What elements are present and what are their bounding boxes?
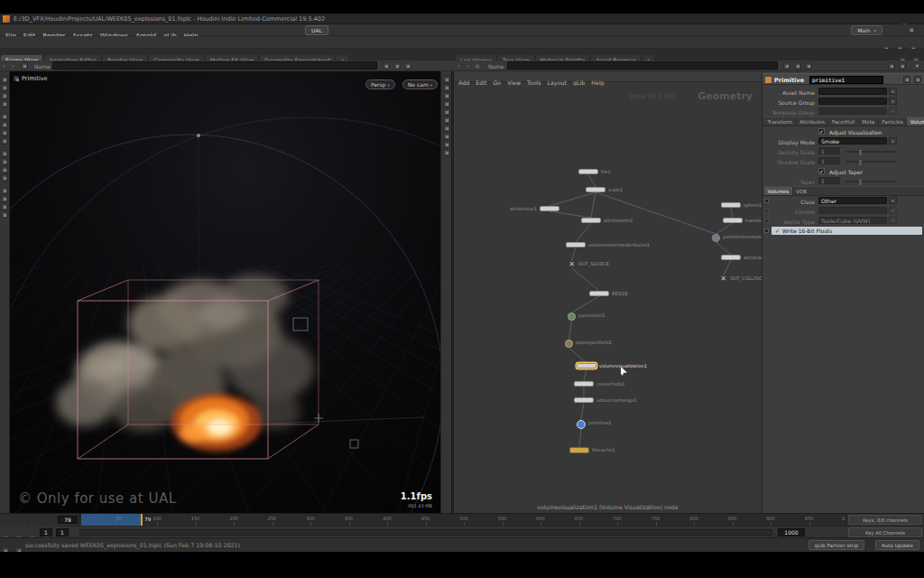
path-menu-icon[interactable] — [21, 62, 28, 70]
layout-icon[interactable] — [393, 62, 401, 70]
node-volumerasterizeattributes1[interactable]: volumerasterizeattributes1 — [566, 242, 586, 247]
playhead[interactable] — [141, 514, 143, 527]
param-expand-icon[interactable] — [888, 62, 895, 70]
param-enable-toggle[interactable] — [764, 228, 769, 233]
detail-mode-icon[interactable] — [1, 174, 8, 182]
param-value-field[interactable]: Tuple/Cube (UVW) — [818, 217, 887, 224]
dropdown-arrow-icon[interactable]: ▾ — [889, 107, 897, 115]
net-home-icon[interactable]: ⌂ — [476, 62, 479, 70]
node-filecache1[interactable]: filecache1 — [569, 447, 589, 453]
home-view-icon[interactable] — [443, 76, 450, 83]
range-end-field[interactable] — [778, 528, 805, 536]
net-filter-input[interactable] — [507, 61, 778, 70]
node-pyrosolver1[interactable]: pyrosolver1 — [568, 312, 576, 321]
param-highlight-row[interactable]: ✓Write 16-Bit Floats — [772, 227, 922, 235]
param-slider[interactable] — [845, 161, 896, 163]
visibility-toggle-icon[interactable] — [1, 195, 8, 202]
select-mode-icon[interactable] — [1, 76, 8, 83]
shading-mode-icon[interactable] — [443, 108, 450, 116]
frame-ruler[interactable]: 79 5010015020025030035040045050055060065… — [79, 514, 846, 527]
isolate-toggle-icon[interactable] — [1, 203, 8, 210]
checkbox[interactable]: ✓ — [818, 168, 825, 174]
flag-icon[interactable] — [903, 76, 910, 83]
filter-options-icon[interactable] — [383, 62, 390, 70]
net-back-arrow-icon[interactable]: ‹ — [457, 62, 460, 70]
dropdown-arrow-icon[interactable]: ▾ — [889, 137, 897, 144]
network-editor[interactable]: AddEditGoViewToolsLayoutqLibHelp file1sc… — [454, 71, 762, 513]
info-toggle-icon[interactable] — [1, 211, 8, 219]
param-value-field[interactable] — [818, 207, 887, 214]
grid-toggle-icon[interactable] — [443, 125, 450, 132]
wireframe-toggle-icon[interactable] — [443, 117, 450, 124]
node-RESIZE[interactable]: RESIZE — [589, 291, 609, 296]
dropdown-arrow-icon[interactable]: ▾ — [889, 197, 897, 204]
node-convertvdb1[interactable]: convertvdb1 — [574, 381, 594, 387]
camera-button[interactable]: No cam▾ — [402, 79, 438, 89]
param-slider[interactable] — [845, 151, 896, 153]
param-slider[interactable] — [845, 181, 896, 182]
param-value-field[interactable]: Other — [818, 197, 887, 204]
param-value-field[interactable]: 1 — [818, 157, 840, 164]
param-help-icon[interactable] — [899, 62, 906, 70]
node-attribdelete1[interactable]: attribdelete1 — [581, 218, 601, 223]
scene-viewport[interactable]: Primitive Persp▾ No cam▾ © Only for use … — [10, 71, 440, 513]
rotate-tool-icon[interactable] — [1, 113, 8, 120]
auto-update-button[interactable]: Auto Update — [875, 540, 919, 550]
pin-icon[interactable] — [404, 62, 411, 70]
snap-toggle-icon[interactable] — [1, 137, 8, 144]
param-lock-icon[interactable] — [794, 62, 801, 70]
playback-range-slider[interactable] — [79, 529, 772, 536]
visualizers-icon[interactable] — [443, 149, 450, 156]
key-mode[interactable]: Key All Channels — [848, 527, 922, 537]
param-value-field[interactable]: 1 — [818, 147, 840, 154]
view-options-icon[interactable] — [443, 141, 450, 148]
scene-filter-input[interactable] — [52, 61, 377, 70]
translate-tool-icon[interactable] — [1, 100, 8, 107]
frame-all-icon[interactable] — [443, 84, 450, 91]
network-canvas[interactable]: file1scale1attribnoise1attribdelete1volu… — [454, 82, 762, 513]
node-attribrandomize1[interactable]: attribrandomize1 — [721, 255, 741, 260]
primitives-mode-icon[interactable] — [1, 166, 8, 173]
node-attribnoise1[interactable]: attribnoise1 — [540, 206, 559, 211]
select-objects-icon[interactable] — [1, 92, 8, 99]
view-tool-icon[interactable] — [1, 84, 8, 91]
help-icon[interactable] — [908, 26, 915, 33]
param-gear-icon[interactable] — [805, 62, 812, 70]
current-frame-field[interactable] — [58, 516, 78, 524]
message-log-icon[interactable] — [2, 547, 9, 553]
points-mode-icon[interactable] — [1, 150, 8, 157]
node-OUT_COLLISION[interactable]: ✕OUT_COLLISION — [719, 275, 727, 283]
param-value-field[interactable] — [818, 98, 887, 105]
node-OUT_SOURCE[interactable]: ✕OUT_SOURCE — [568, 261, 576, 268]
error-log-icon[interactable] — [15, 547, 23, 553]
node-primitive1[interactable]: primitive1 — [577, 420, 586, 429]
param-menu-chevron-icon[interactable]: ▾ — [916, 62, 919, 70]
node-dopimportfield1[interactable]: dopimportfield1 — [565, 340, 573, 348]
dropdown-arrow-icon[interactable]: ▾ — [889, 217, 897, 224]
scale-tool-icon[interactable] — [1, 121, 8, 128]
ual-shelf-button[interactable]: UAL — [305, 25, 328, 35]
snapshot-icon[interactable] — [443, 133, 450, 140]
param-value-field[interactable] — [818, 107, 887, 115]
param-value-field[interactable] — [818, 88, 887, 95]
node-vdbvectormerge1[interactable]: vdbvectormerge1 — [574, 397, 594, 403]
param-tab-attributes[interactable]: Attributes — [797, 117, 829, 126]
persp-button[interactable]: Persp▾ — [365, 79, 395, 89]
node-pointsfromvolume1[interactable]: pointsfromvolume1 — [712, 234, 720, 242]
param-tab-vdb[interactable]: VDB — [793, 187, 811, 196]
checkbox[interactable]: ✓ — [818, 128, 825, 135]
camera-view-icon[interactable] — [443, 92, 450, 99]
param-value-field[interactable]: Smoke — [818, 137, 887, 144]
param-tab-volumes[interactable]: Volumes — [764, 187, 793, 196]
dropdown-arrow-icon[interactable]: ▾ — [889, 207, 897, 214]
param-tab-particles[interactable]: Particles — [879, 117, 908, 126]
qlib-button[interactable]: qLib Partner strip — [808, 540, 864, 550]
param-tab-transform[interactable]: Transform — [764, 117, 797, 126]
net-forward-arrow-icon[interactable]: › — [467, 62, 469, 70]
gear-icon[interactable] — [914, 76, 921, 83]
node-scale1[interactable]: scale1 — [586, 187, 605, 192]
param-pin-icon[interactable] — [783, 62, 790, 70]
edges-mode-icon[interactable] — [1, 158, 8, 165]
node-name-field[interactable] — [809, 76, 883, 84]
range-step-field[interactable] — [56, 528, 69, 536]
